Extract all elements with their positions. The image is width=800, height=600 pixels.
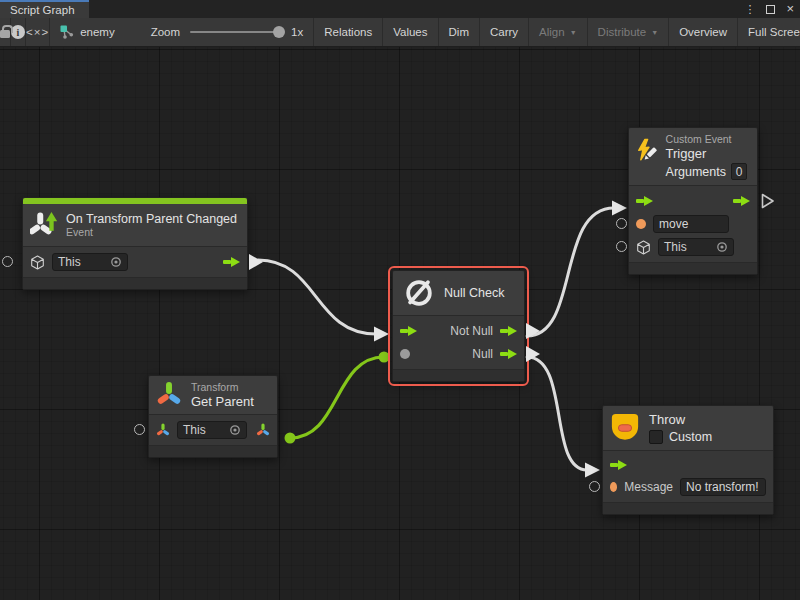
node-footer: [603, 502, 773, 514]
arguments-count-field[interactable]: 0: [731, 163, 747, 180]
close-icon[interactable]: ×: [786, 4, 794, 14]
target-this-dropdown[interactable]: This: [177, 421, 247, 439]
event-name-input[interactable]: [653, 215, 729, 233]
this-value: This: [183, 423, 206, 437]
align-button[interactable]: Align ▼: [528, 18, 587, 46]
value-port-dot[interactable]: [636, 219, 646, 229]
connection-dot: [285, 433, 296, 444]
transform-output-icon[interactable]: [256, 423, 270, 438]
null-check-icon: [403, 277, 435, 309]
zoom-value: 1x: [291, 26, 303, 38]
node-title: Throw: [649, 412, 712, 427]
target-input-port[interactable]: [134, 424, 145, 435]
target-picker-icon[interactable]: [229, 424, 241, 436]
target-input-port[interactable]: [2, 256, 13, 267]
node-subtitle: Event: [66, 226, 237, 238]
name-input-port[interactable]: [616, 218, 627, 229]
code-icon: <×>: [26, 26, 49, 38]
node-category: Custom Event: [666, 133, 747, 145]
flow-output-arrow-icon[interactable]: [733, 196, 750, 206]
node-footer: [629, 262, 757, 274]
node-title: Null Check: [444, 286, 504, 300]
node-category: Transform: [191, 381, 254, 393]
flow-input-arrow-icon[interactable]: [610, 460, 627, 470]
transform-mini-icon: [156, 423, 170, 438]
toolbar-buttons: Relations Values Dim Carry Align ▼ Distr…: [313, 18, 800, 46]
flow-output-port[interactable]: [249, 254, 263, 270]
flow-input-arrow-icon[interactable]: [400, 326, 417, 336]
node-footer: [393, 369, 524, 381]
throw-error-icon: [610, 411, 640, 445]
gameobject-cube-icon: [636, 240, 651, 255]
arguments-label: Arguments: [666, 165, 726, 179]
zoom-slider-handle[interactable]: [273, 26, 285, 38]
window-controls: ⋮ ×: [744, 0, 794, 18]
connection-getparent-to-nullcheck[interactable]: [290, 357, 384, 438]
lock-button[interactable]: [0, 18, 11, 46]
overview-button[interactable]: Overview: [668, 18, 737, 46]
values-button[interactable]: Values: [382, 18, 437, 46]
arrowhead-icon: [612, 201, 627, 216]
relations-button[interactable]: Relations: [313, 18, 382, 46]
arrowhead-icon: [585, 463, 600, 478]
not-null-output-port[interactable]: [526, 323, 540, 339]
graph-toolbar: i <×> enemy Zoom 1x Relations Values Dim…: [0, 18, 800, 47]
flow-output-arrow-icon[interactable]: [500, 326, 517, 336]
title-bar: Script Graph ⋮ ×: [0, 0, 800, 18]
node-trigger-custom-event[interactable]: Custom Event Trigger Arguments 0: [628, 127, 758, 275]
value-port-dot[interactable]: [610, 482, 617, 492]
zoom-slider[interactable]: [190, 26, 282, 38]
message-input[interactable]: [680, 478, 766, 496]
node-throw[interactable]: Throw Custom Message: [602, 405, 774, 515]
info-icon: i: [11, 25, 25, 39]
connection-null-to-throw[interactable]: [527, 357, 587, 470]
distribute-label: Distribute: [598, 26, 647, 38]
this-value: This: [664, 240, 687, 254]
carry-button[interactable]: Carry: [479, 18, 528, 46]
flow-output-port-unconnected[interactable]: [760, 192, 776, 210]
graph-canvas[interactable]: On Transform Parent Changed Event This: [0, 47, 800, 600]
node-title: Get Parent: [191, 394, 254, 409]
tab-script-graph[interactable]: Script Graph: [0, 0, 89, 18]
distribute-button[interactable]: Distribute ▼: [587, 18, 669, 46]
chevron-down-icon: ▼: [651, 28, 658, 36]
target-this-dropdown[interactable]: This: [52, 253, 128, 271]
zoom-slider-track[interactable]: [190, 31, 282, 33]
node-footer: [23, 277, 247, 289]
node-get-parent[interactable]: Transform Get Parent This: [148, 375, 278, 458]
graph-icon: [60, 25, 74, 39]
null-output-port[interactable]: [526, 346, 540, 362]
not-null-port-label: Not Null: [450, 324, 493, 338]
connection-notnull-to-trigger[interactable]: [527, 208, 614, 336]
null-port-label: Null: [472, 347, 493, 361]
flow-output-arrow-icon[interactable]: [500, 349, 517, 359]
code-view-button[interactable]: <×>: [26, 18, 50, 46]
custom-checkbox[interactable]: [649, 430, 663, 444]
maximize-icon[interactable]: [766, 5, 775, 14]
target-input-port[interactable]: [616, 241, 627, 252]
transform-icon: [156, 381, 182, 409]
custom-checkbox-label: Custom: [669, 430, 712, 444]
fullscreen-button[interactable]: Full Screen: [737, 18, 800, 46]
graph-name[interactable]: enemy: [80, 26, 115, 38]
flow-input-arrow-icon[interactable]: [636, 196, 653, 206]
kebab-menu-icon[interactable]: ⋮: [744, 3, 755, 16]
target-picker-icon[interactable]: [716, 241, 728, 253]
connection-event-to-nullcheck[interactable]: [258, 260, 376, 334]
this-value: This: [58, 255, 81, 269]
target-picker-icon[interactable]: [110, 256, 122, 268]
node-null-check[interactable]: Null Check Not Null Null: [392, 270, 525, 382]
dim-button[interactable]: Dim: [438, 18, 479, 46]
chevron-down-icon: ▼: [570, 28, 577, 36]
node-title: Trigger: [666, 146, 747, 161]
align-label: Align: [539, 26, 565, 38]
lock-icon: [0, 30, 10, 38]
target-this-dropdown[interactable]: This: [658, 238, 734, 256]
value-input-port-dot[interactable]: [400, 349, 410, 359]
message-label: Message: [624, 480, 673, 494]
flow-output-arrow-icon[interactable]: [223, 257, 240, 267]
transform-event-icon: [30, 209, 57, 241]
message-input-port[interactable]: [589, 481, 600, 492]
node-on-transform-parent-changed[interactable]: On Transform Parent Changed Event This: [22, 197, 248, 290]
inspect-button[interactable]: i: [11, 18, 26, 46]
